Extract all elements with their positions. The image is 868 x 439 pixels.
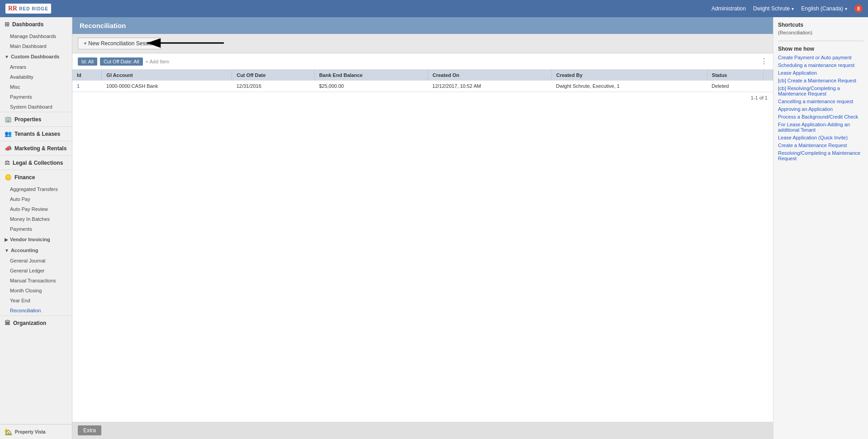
sidebar-vendor-invoicing-toggle[interactable]: ▶ Vendor Invoicing xyxy=(0,234,72,245)
coin-icon: 🪙 xyxy=(5,174,12,181)
show-me-link-item[interactable]: [cb] Create a Maintenance Request xyxy=(778,78,863,83)
show-me-link-item[interactable]: Lease Application (Quick Invite) xyxy=(778,135,863,140)
sidebar-item-aggregated-transfers[interactable]: Aggregated Transfers xyxy=(0,184,72,194)
logo-rr: RR xyxy=(8,5,17,12)
cell-created-by: Dwight Schrute, Executive, 1 xyxy=(551,81,707,92)
sidebar-item-general-ledger[interactable]: General Ledger xyxy=(0,266,72,276)
legal-label: Legal & Collections xyxy=(13,160,63,166)
show-me-link-item[interactable]: Approving an Application xyxy=(778,106,863,112)
col-actions xyxy=(764,70,773,81)
col-created-by: Created By xyxy=(551,70,707,81)
sidebar-accounting-toggle[interactable]: ▼ Accounting xyxy=(0,245,72,256)
lang-menu[interactable]: English (Canada) ▾ xyxy=(801,5,847,12)
org-icon: 🏛 xyxy=(5,320,10,326)
shortcuts-title: Shortcuts xyxy=(778,22,863,28)
pagination-text: 1-1 of 1 xyxy=(751,95,768,100)
filter-bar: Id: All Cut Off Date: All + Add Item ⋮ xyxy=(72,53,773,70)
sidebar-section-dashboards[interactable]: ⊞ Dashboards xyxy=(0,17,72,31)
sidebar-item-month-closing[interactable]: Month Closing xyxy=(0,286,72,296)
page-header: Reconciliation xyxy=(72,17,773,34)
col-created-on: Created On xyxy=(428,70,551,81)
cell-created-on: 12/12/2017, 10:52 AM xyxy=(428,81,551,92)
sidebar-item-money-in-batches[interactable]: Money In Batches xyxy=(0,214,72,224)
sidebar-item-payments[interactable]: Payments xyxy=(0,92,72,102)
show-me-link-item[interactable]: [cb] Resolving/Completing a Maintenance … xyxy=(778,86,863,96)
new-reconciliation-session-button[interactable]: + New Reconciliation Session xyxy=(78,38,161,49)
sidebar-item-manage-dashboards[interactable]: Manage Dashboards xyxy=(0,31,72,41)
sidebar-item-system-dashboard[interactable]: System Dashboard xyxy=(0,102,72,112)
megaphone-icon: 📣 xyxy=(5,145,12,152)
sidebar-bottom: 🏡 Property Vista xyxy=(0,424,72,439)
sidebar-item-payments-finance[interactable]: Payments xyxy=(0,224,72,234)
col-gl-account: Gl Account xyxy=(102,70,232,81)
logo-text: RED RIDGE xyxy=(19,6,48,11)
sidebar-item-availability[interactable]: Availability xyxy=(0,72,72,82)
extra-button[interactable]: Extra xyxy=(78,425,101,435)
page-title: Reconciliation xyxy=(80,22,126,29)
pagination: 1-1 of 1 xyxy=(72,92,773,103)
cell-id[interactable]: 1 xyxy=(72,81,102,92)
show-me-link-item[interactable]: Process a Background/Credit Check xyxy=(778,114,863,119)
show-me-link-item[interactable]: Scheduling a maintenance request xyxy=(778,62,863,68)
sidebar-item-arrears[interactable]: Arrears xyxy=(0,62,72,72)
show-me-link-item[interactable]: Lease Application xyxy=(778,70,863,76)
cell-actions xyxy=(764,81,773,92)
sidebar-item-reconciliation[interactable]: Reconciliation xyxy=(0,305,72,315)
marketing-label: Marketing & Rentals xyxy=(14,145,66,152)
sidebar-item-year-end[interactable]: Year End xyxy=(0,296,72,305)
col-bank-end-balance: Bank End Balance xyxy=(314,70,428,81)
show-me-link-item[interactable]: Create Payment or Auto payment xyxy=(778,55,863,60)
add-item-link[interactable]: + Add Item xyxy=(146,59,170,64)
organization-label: Organization xyxy=(13,320,46,326)
table-header-row: Id Gl Account Cut Off Date Bank End Bala… xyxy=(72,70,773,81)
chevron-down-icon: ▼ xyxy=(5,248,9,253)
admin-link[interactable]: Administration xyxy=(711,5,746,12)
id-filter-button[interactable]: Id: All xyxy=(78,57,97,66)
sidebar-section-marketing[interactable]: 📣 Marketing & Rentals xyxy=(0,141,72,155)
show-me-link-item[interactable]: Create a Maintenance Request xyxy=(778,143,863,148)
sidebar-item-auto-pay-review[interactable]: Auto Pay Review xyxy=(0,204,72,214)
show-me-link-item[interactable]: For Lease Application-Adding an addition… xyxy=(778,122,863,133)
sidebar-section-legal[interactable]: ⚖ Legal & Collections xyxy=(0,155,72,170)
logo[interactable]: RR RED RIDGE xyxy=(5,4,51,14)
table-wrapper: Id Gl Account Cut Off Date Bank End Bala… xyxy=(72,70,773,422)
sidebar-item-general-journal[interactable]: General Journal xyxy=(0,256,72,266)
finance-label: Finance xyxy=(14,174,35,181)
sidebar-item-manual-transactions[interactable]: Manual Transactions xyxy=(0,276,72,286)
notification-badge[interactable]: 8 xyxy=(854,5,863,13)
navbar-right: Administration Dwight Schrute ▾ English … xyxy=(711,5,863,13)
more-options-icon[interactable]: ⋮ xyxy=(760,57,768,66)
cell-cut-off-date: 12/31/2016 xyxy=(232,81,314,92)
chevron-right-icon: ▶ xyxy=(5,237,8,242)
cutoff-date-filter-button[interactable]: Cut Off Date: All xyxy=(100,57,143,66)
sidebar-section-finance[interactable]: 🪙 Finance xyxy=(0,170,72,184)
toolbar: + New Reconciliation Session xyxy=(72,34,773,53)
sidebar-custom-dashboards-toggle[interactable]: ▼ Custom Dashboards xyxy=(0,51,72,62)
building-icon: 🏢 xyxy=(5,116,12,123)
lang-label: English (Canada) xyxy=(801,5,843,12)
user-menu[interactable]: Dwight Schrute ▾ xyxy=(753,5,794,12)
chevron-down-icon: ▾ xyxy=(845,6,847,11)
dashboards-label: Dashboards xyxy=(12,21,43,28)
table-row: 1 1000-0000:CASH Bank 12/31/2016 $25,000… xyxy=(72,81,773,92)
property-vista-icon: 🏡 xyxy=(5,428,12,435)
col-cut-off-date: Cut Off Date xyxy=(232,70,314,81)
show-me-title: Show me how xyxy=(778,46,863,52)
shortcuts-subtitle: (Reconciliation) xyxy=(778,30,863,35)
sidebar-item-auto-pay[interactable]: Auto Pay xyxy=(0,194,72,204)
content-area: Reconciliation + New Reconciliation Sess… xyxy=(72,17,773,439)
sidebar-item-misc[interactable]: Misc xyxy=(0,82,72,92)
sidebar-section-tenants[interactable]: 👥 Tenants & Leases xyxy=(0,126,72,141)
sidebar-section-organization[interactable]: 🏛 Organization xyxy=(0,315,72,330)
sidebar-item-main-dashboard[interactable]: Main Dashboard xyxy=(0,41,72,51)
shortcuts-panel: Shortcuts (Reconciliation) Show me how C… xyxy=(773,17,868,439)
show-me-link-item[interactable]: Cancelling a maintenance request xyxy=(778,99,863,104)
sidebar-section-properties[interactable]: 🏢 Properties xyxy=(0,112,72,126)
extra-btn-bar: Extra xyxy=(72,422,773,439)
top-navbar: RR RED RIDGE Administration Dwight Schru… xyxy=(0,0,868,17)
cell-status: Deleted xyxy=(707,81,763,92)
grid-icon: ⊞ xyxy=(5,21,9,28)
sidebar: ⊞ Dashboards Manage Dashboards Main Dash… xyxy=(0,17,72,439)
cell-bank-end-balance: $25,000.00 xyxy=(314,81,428,92)
show-me-link-item[interactable]: Resolving/Completing a Maintenance Reque… xyxy=(778,150,863,161)
